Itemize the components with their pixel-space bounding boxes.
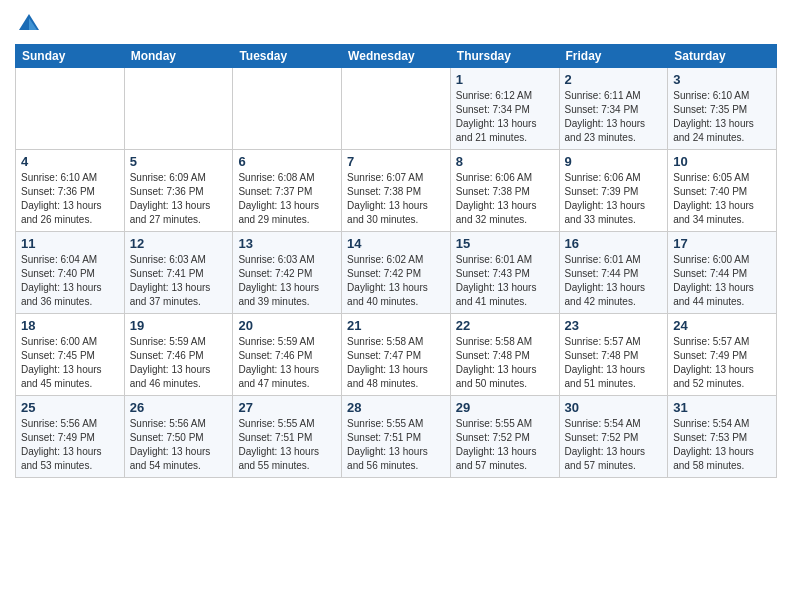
day-info: Sunrise: 6:12 AM Sunset: 7:34 PM Dayligh… [456,89,554,145]
day-info: Sunrise: 5:58 AM Sunset: 7:48 PM Dayligh… [456,335,554,391]
calendar-cell: 23Sunrise: 5:57 AM Sunset: 7:48 PM Dayli… [559,314,668,396]
calendar-cell: 13Sunrise: 6:03 AM Sunset: 7:42 PM Dayli… [233,232,342,314]
day-number: 15 [456,236,554,251]
calendar-cell [342,68,451,150]
calendar-cell: 28Sunrise: 5:55 AM Sunset: 7:51 PM Dayli… [342,396,451,478]
day-info: Sunrise: 5:54 AM Sunset: 7:52 PM Dayligh… [565,417,663,473]
calendar-cell: 21Sunrise: 5:58 AM Sunset: 7:47 PM Dayli… [342,314,451,396]
day-info: Sunrise: 6:04 AM Sunset: 7:40 PM Dayligh… [21,253,119,309]
day-info: Sunrise: 6:03 AM Sunset: 7:41 PM Dayligh… [130,253,228,309]
calendar-week-row: 11Sunrise: 6:04 AM Sunset: 7:40 PM Dayli… [16,232,777,314]
day-number: 8 [456,154,554,169]
day-info: Sunrise: 6:03 AM Sunset: 7:42 PM Dayligh… [238,253,336,309]
day-number: 2 [565,72,663,87]
day-number: 13 [238,236,336,251]
header [15,10,777,38]
header-row: SundayMondayTuesdayWednesdayThursdayFrid… [16,45,777,68]
calendar-cell: 17Sunrise: 6:00 AM Sunset: 7:44 PM Dayli… [668,232,777,314]
calendar-cell: 19Sunrise: 5:59 AM Sunset: 7:46 PM Dayli… [124,314,233,396]
day-info: Sunrise: 6:10 AM Sunset: 7:35 PM Dayligh… [673,89,771,145]
day-number: 29 [456,400,554,415]
day-number: 16 [565,236,663,251]
day-number: 1 [456,72,554,87]
day-info: Sunrise: 6:01 AM Sunset: 7:43 PM Dayligh… [456,253,554,309]
day-info: Sunrise: 6:00 AM Sunset: 7:44 PM Dayligh… [673,253,771,309]
day-info: Sunrise: 5:56 AM Sunset: 7:50 PM Dayligh… [130,417,228,473]
weekday-header: Thursday [450,45,559,68]
calendar-cell: 16Sunrise: 6:01 AM Sunset: 7:44 PM Dayli… [559,232,668,314]
calendar-cell: 1Sunrise: 6:12 AM Sunset: 7:34 PM Daylig… [450,68,559,150]
weekday-header: Wednesday [342,45,451,68]
day-info: Sunrise: 5:54 AM Sunset: 7:53 PM Dayligh… [673,417,771,473]
day-number: 18 [21,318,119,333]
logo [15,10,47,38]
day-info: Sunrise: 6:06 AM Sunset: 7:39 PM Dayligh… [565,171,663,227]
day-number: 20 [238,318,336,333]
page: SundayMondayTuesdayWednesdayThursdayFrid… [0,0,792,488]
day-info: Sunrise: 5:59 AM Sunset: 7:46 PM Dayligh… [238,335,336,391]
day-info: Sunrise: 6:08 AM Sunset: 7:37 PM Dayligh… [238,171,336,227]
day-info: Sunrise: 5:57 AM Sunset: 7:49 PM Dayligh… [673,335,771,391]
calendar-cell: 8Sunrise: 6:06 AM Sunset: 7:38 PM Daylig… [450,150,559,232]
calendar-cell: 7Sunrise: 6:07 AM Sunset: 7:38 PM Daylig… [342,150,451,232]
calendar-cell [124,68,233,150]
calendar-cell: 5Sunrise: 6:09 AM Sunset: 7:36 PM Daylig… [124,150,233,232]
day-number: 11 [21,236,119,251]
day-number: 25 [21,400,119,415]
calendar-body: 1Sunrise: 6:12 AM Sunset: 7:34 PM Daylig… [16,68,777,478]
weekday-header: Saturday [668,45,777,68]
calendar-cell: 20Sunrise: 5:59 AM Sunset: 7:46 PM Dayli… [233,314,342,396]
day-number: 4 [21,154,119,169]
day-number: 19 [130,318,228,333]
day-number: 6 [238,154,336,169]
calendar-cell: 3Sunrise: 6:10 AM Sunset: 7:35 PM Daylig… [668,68,777,150]
day-info: Sunrise: 6:02 AM Sunset: 7:42 PM Dayligh… [347,253,445,309]
day-number: 12 [130,236,228,251]
weekday-header: Tuesday [233,45,342,68]
day-info: Sunrise: 5:55 AM Sunset: 7:51 PM Dayligh… [347,417,445,473]
calendar-header: SundayMondayTuesdayWednesdayThursdayFrid… [16,45,777,68]
day-number: 14 [347,236,445,251]
day-number: 17 [673,236,771,251]
calendar-cell: 30Sunrise: 5:54 AM Sunset: 7:52 PM Dayli… [559,396,668,478]
day-info: Sunrise: 6:07 AM Sunset: 7:38 PM Dayligh… [347,171,445,227]
weekday-header: Friday [559,45,668,68]
day-info: Sunrise: 6:09 AM Sunset: 7:36 PM Dayligh… [130,171,228,227]
calendar-week-row: 4Sunrise: 6:10 AM Sunset: 7:36 PM Daylig… [16,150,777,232]
calendar-cell: 27Sunrise: 5:55 AM Sunset: 7:51 PM Dayli… [233,396,342,478]
day-number: 23 [565,318,663,333]
day-number: 31 [673,400,771,415]
calendar-cell: 2Sunrise: 6:11 AM Sunset: 7:34 PM Daylig… [559,68,668,150]
day-number: 7 [347,154,445,169]
calendar-cell: 25Sunrise: 5:56 AM Sunset: 7:49 PM Dayli… [16,396,125,478]
calendar-cell: 9Sunrise: 6:06 AM Sunset: 7:39 PM Daylig… [559,150,668,232]
calendar-week-row: 25Sunrise: 5:56 AM Sunset: 7:49 PM Dayli… [16,396,777,478]
calendar-cell: 15Sunrise: 6:01 AM Sunset: 7:43 PM Dayli… [450,232,559,314]
day-info: Sunrise: 6:06 AM Sunset: 7:38 PM Dayligh… [456,171,554,227]
day-number: 27 [238,400,336,415]
calendar-cell: 29Sunrise: 5:55 AM Sunset: 7:52 PM Dayli… [450,396,559,478]
day-info: Sunrise: 6:00 AM Sunset: 7:45 PM Dayligh… [21,335,119,391]
calendar-cell [16,68,125,150]
day-number: 24 [673,318,771,333]
calendar-cell [233,68,342,150]
calendar-cell: 24Sunrise: 5:57 AM Sunset: 7:49 PM Dayli… [668,314,777,396]
day-number: 22 [456,318,554,333]
day-info: Sunrise: 6:01 AM Sunset: 7:44 PM Dayligh… [565,253,663,309]
day-info: Sunrise: 5:56 AM Sunset: 7:49 PM Dayligh… [21,417,119,473]
day-info: Sunrise: 6:11 AM Sunset: 7:34 PM Dayligh… [565,89,663,145]
calendar-cell: 22Sunrise: 5:58 AM Sunset: 7:48 PM Dayli… [450,314,559,396]
day-number: 9 [565,154,663,169]
calendar-cell: 14Sunrise: 6:02 AM Sunset: 7:42 PM Dayli… [342,232,451,314]
day-number: 5 [130,154,228,169]
day-number: 10 [673,154,771,169]
weekday-header: Monday [124,45,233,68]
day-number: 26 [130,400,228,415]
calendar-cell: 12Sunrise: 6:03 AM Sunset: 7:41 PM Dayli… [124,232,233,314]
calendar-cell: 26Sunrise: 5:56 AM Sunset: 7:50 PM Dayli… [124,396,233,478]
calendar-cell: 31Sunrise: 5:54 AM Sunset: 7:53 PM Dayli… [668,396,777,478]
calendar-cell: 11Sunrise: 6:04 AM Sunset: 7:40 PM Dayli… [16,232,125,314]
day-number: 3 [673,72,771,87]
day-info: Sunrise: 5:58 AM Sunset: 7:47 PM Dayligh… [347,335,445,391]
day-number: 21 [347,318,445,333]
